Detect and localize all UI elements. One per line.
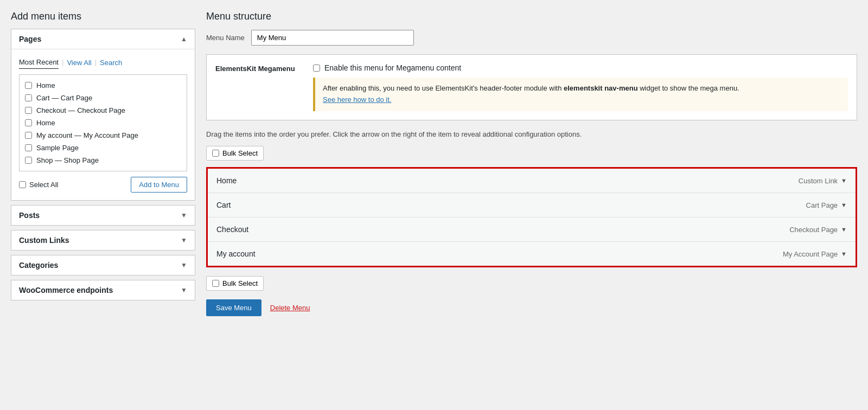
custom-links-chevron-icon: ▼	[181, 236, 187, 244]
menu-item-home[interactable]: Home Custom Link ▼	[208, 169, 856, 193]
menu-item-type-home: Custom Link	[799, 177, 838, 185]
page-checkbox-myaccount[interactable]	[25, 132, 32, 139]
menu-name-label: Menu Name	[206, 34, 245, 42]
select-all-checkbox[interactable]	[19, 181, 26, 188]
menu-item-name-checkout: Checkout	[216, 225, 248, 234]
dropdown-arrow-checkout[interactable]: ▼	[841, 226, 847, 233]
dropdown-arrow-myaccount[interactable]: ▼	[841, 251, 847, 257]
dropdown-arrow-home[interactable]: ▼	[841, 177, 847, 184]
woocommerce-accordion-header[interactable]: WooCommerce endpoints ▼	[11, 280, 195, 300]
custom-links-label: Custom Links	[19, 236, 69, 245]
page-checkbox-shop[interactable]	[25, 157, 32, 164]
bulk-select-bottom-checkbox[interactable]	[212, 280, 219, 287]
menu-item-type-row-home: Custom Link ▼	[799, 177, 847, 185]
page-label-home2: Home	[36, 119, 55, 127]
page-label-cart: Cart — Cart Page	[36, 94, 92, 102]
menu-item-type-row-myaccount: My Account Page ▼	[783, 250, 847, 258]
add-to-menu-button[interactable]: Add to Menu	[131, 177, 187, 193]
delete-menu-link[interactable]: Delete Menu	[270, 304, 310, 312]
custom-links-accordion-header[interactable]: Custom Links ▼	[11, 230, 195, 250]
menu-item-cart[interactable]: Cart Cart Page ▼	[208, 193, 856, 217]
megamenu-checkbox-label: Enable this menu for Megamenu content	[324, 63, 461, 72]
page-label-myaccount: My account — My Account Page	[36, 131, 138, 139]
bulk-select-top-row: Bulk Select	[206, 146, 857, 161]
posts-accordion-header[interactable]: Posts ▼	[11, 206, 195, 225]
select-all-row: Select All	[19, 181, 58, 189]
categories-accordion: Categories ▼	[11, 255, 195, 276]
megamenu-checkbox[interactable]	[313, 65, 320, 72]
bulk-select-top-button[interactable]: Bulk Select	[206, 146, 264, 161]
list-item: Home	[24, 117, 182, 129]
megamenu-section: ElementsKit Megamenu Enable this menu fo…	[206, 54, 857, 120]
bulk-select-bottom-row: Bulk Select	[206, 276, 857, 291]
posts-label: Posts	[19, 211, 40, 220]
select-all-label: Select All	[29, 181, 58, 189]
pages-label: Pages	[19, 35, 41, 43]
menu-item-type-cart: Cart Page	[806, 201, 838, 209]
menu-item-type-myaccount: My Account Page	[783, 250, 838, 258]
posts-chevron-icon: ▼	[181, 212, 187, 219]
megamenu-label: ElementsKit Megamenu	[215, 65, 302, 73]
menu-name-input[interactable]	[251, 30, 414, 46]
menu-structure-box: Home Custom Link ▼ Cart Cart Page ▼ Chec…	[206, 167, 857, 267]
pages-chevron-icon: ▲	[181, 35, 187, 43]
pages-accordion: Pages ▲ Most Recent | View All | Search …	[11, 29, 195, 201]
dropdown-arrow-cart[interactable]: ▼	[841, 202, 847, 208]
woocommerce-chevron-icon: ▼	[181, 286, 187, 294]
bulk-select-top-checkbox[interactable]	[212, 150, 219, 157]
menu-item-type-checkout: Checkout Page	[789, 226, 838, 234]
list-item: Sample Page	[24, 142, 182, 154]
pages-bottom-row: Select All Add to Menu	[19, 177, 187, 193]
woocommerce-accordion: WooCommerce endpoints ▼	[11, 280, 195, 300]
page-label-shop: Shop — Shop Page	[36, 156, 99, 164]
left-panel: Add menu items Pages ▲ Most Recent | Vie…	[11, 11, 195, 316]
pages-list: Home Cart — Cart Page Checkout — Checkou…	[19, 74, 187, 171]
tab-most-recent[interactable]: Most Recent	[19, 56, 59, 69]
pages-accordion-body: Most Recent | View All | Search Home Car…	[11, 49, 195, 200]
megamenu-info-box: After enabling this, you need to use Ele…	[313, 78, 848, 111]
list-item: Shop — Shop Page	[24, 154, 182, 166]
list-item: Home	[24, 79, 182, 92]
categories-chevron-icon: ▼	[181, 261, 187, 269]
right-panel: Menu structure Menu Name ElementsKit Meg…	[206, 11, 857, 316]
megamenu-info-text: After enabling this, you need to use Ele…	[323, 84, 561, 92]
page-checkbox-sample[interactable]	[25, 144, 32, 151]
bulk-select-bottom-label: Bulk Select	[222, 279, 258, 287]
page-label-sample: Sample Page	[36, 144, 79, 152]
categories-label: Categories	[19, 261, 58, 270]
categories-accordion-header[interactable]: Categories ▼	[11, 255, 195, 275]
megamenu-row: ElementsKit Megamenu Enable this menu fo…	[215, 63, 848, 111]
megamenu-checkbox-row: Enable this menu for Megamenu content	[313, 63, 848, 72]
save-row: Save Menu Delete Menu	[206, 299, 857, 316]
custom-links-accordion: Custom Links ▼	[11, 230, 195, 251]
pages-tabs-row: Most Recent | View All | Search	[19, 56, 187, 69]
list-item: Checkout — Checkout Page	[24, 104, 182, 117]
menu-item-type-row-checkout: Checkout Page ▼	[789, 226, 847, 234]
menu-item-name-home: Home	[216, 176, 237, 185]
posts-accordion: Posts ▼	[11, 205, 195, 226]
pages-accordion-header[interactable]: Pages ▲	[11, 29, 195, 49]
megamenu-bold-text: elementskit nav-menu	[564, 84, 638, 92]
page-checkbox-cart[interactable]	[25, 94, 32, 101]
megamenu-info-text2: widget to show the mega menu.	[640, 84, 739, 92]
tab-search[interactable]: Search	[100, 56, 122, 69]
page-checkbox-home2[interactable]	[25, 119, 32, 126]
menu-item-myaccount[interactable]: My account My Account Page ▼	[208, 242, 856, 266]
page-checkbox-checkout[interactable]	[25, 107, 32, 114]
right-panel-heading: Menu structure	[206, 11, 857, 22]
menu-item-checkout[interactable]: Checkout Checkout Page ▼	[208, 217, 856, 242]
megamenu-learn-link[interactable]: See here how to do it.	[323, 95, 391, 104]
page-label-home1: Home	[36, 81, 55, 89]
page-checkbox-home1[interactable]	[25, 82, 32, 89]
save-menu-button[interactable]: Save Menu	[206, 299, 261, 316]
megamenu-right: Enable this menu for Megamenu content Af…	[313, 63, 848, 111]
woocommerce-label: WooCommerce endpoints	[19, 286, 113, 294]
tab-view-all[interactable]: View All	[67, 56, 91, 69]
list-item: Cart — Cart Page	[24, 92, 182, 104]
bulk-select-bottom-button[interactable]: Bulk Select	[206, 276, 264, 291]
left-panel-heading: Add menu items	[11, 11, 195, 22]
menu-item-name-myaccount: My account	[216, 249, 256, 258]
menu-name-row: Menu Name	[206, 30, 857, 46]
list-item: My account — My Account Page	[24, 129, 182, 142]
bulk-select-top-label: Bulk Select	[222, 149, 258, 157]
